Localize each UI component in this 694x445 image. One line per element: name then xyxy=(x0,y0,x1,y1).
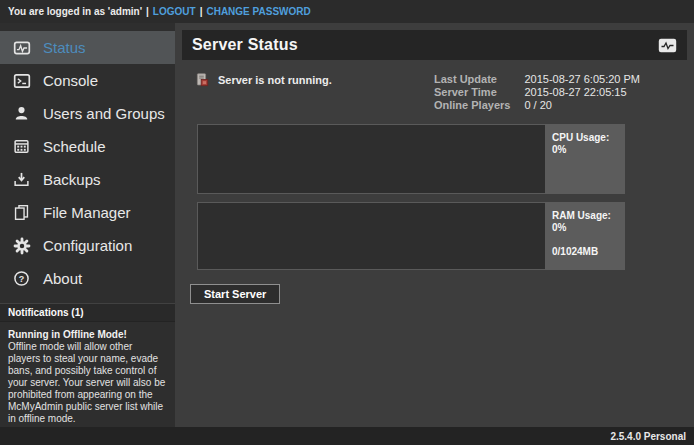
cpu-usage-chart: CPU Usage: 0% xyxy=(197,124,625,194)
version-label: 2.5.4.0 Personal xyxy=(610,431,686,442)
ram-usage-chart: RAM Usage: 0% 0/1024MB xyxy=(197,202,625,270)
notification-text: Offline mode will allow other players to… xyxy=(8,341,167,425)
info-label: Last Update xyxy=(434,73,524,86)
separator: | xyxy=(200,6,203,17)
sidebar-item-label: File Manager xyxy=(43,204,131,221)
main-panel: Server Status Server is not running. xyxy=(175,23,694,427)
info-label: Server Time xyxy=(434,86,524,99)
gear-icon xyxy=(12,236,31,255)
sidebar-item-label: Status xyxy=(43,39,86,56)
info-label: Online Players xyxy=(434,99,524,112)
info-value: 2015-08-27 6:05:20 PM xyxy=(524,73,640,86)
cpu-usage-label-box: CPU Usage: 0% xyxy=(545,124,625,194)
sidebar-item-label: Users and Groups xyxy=(43,105,165,122)
sidebar-item-schedule[interactable]: Schedule xyxy=(0,130,175,163)
help-icon: ? xyxy=(12,269,31,288)
info-value: 0 / 20 xyxy=(524,99,640,112)
sidebar-item-label: Configuration xyxy=(43,237,132,254)
logged-in-text: You are logged in as 'admin' xyxy=(8,6,142,17)
footer: 2.5.4.0 Personal xyxy=(0,427,694,445)
info-row: Server Time 2015-08-27 22:05:15 xyxy=(434,86,640,99)
ram-usage-detail: 0/1024MB xyxy=(552,246,618,258)
change-password-link[interactable]: CHANGE PASSWORD xyxy=(206,6,310,17)
sidebar-item-status[interactable]: Status xyxy=(0,31,175,64)
sidebar-item-label: Schedule xyxy=(43,138,106,155)
sidebar-item-label: Console xyxy=(43,72,98,89)
server-status-message: Server is not running. xyxy=(195,73,332,87)
sidebar-nav: Status Console Users and Groups xyxy=(0,31,175,295)
sidebar-item-users-and-groups[interactable]: Users and Groups xyxy=(0,97,175,130)
console-icon xyxy=(12,71,31,90)
sidebar-item-label: Backups xyxy=(43,171,101,188)
info-row: Last Update 2015-08-27 6:05:20 PM xyxy=(434,73,640,86)
notifications-panel: Notifications (1) Running in Offline Mod… xyxy=(0,303,175,432)
status-chart-icon xyxy=(658,38,677,53)
start-server-button[interactable]: Start Server xyxy=(190,284,280,304)
topbar: You are logged in as 'admin' | LOGOUT | … xyxy=(0,0,694,23)
main-header: Server Status xyxy=(182,30,687,60)
sidebar-item-backups[interactable]: Backups xyxy=(0,163,175,196)
status-chart-icon xyxy=(12,38,31,57)
sidebar-item-file-manager[interactable]: File Manager xyxy=(0,196,175,229)
logout-link[interactable]: LOGOUT xyxy=(153,6,196,17)
sidebar-item-console[interactable]: Console xyxy=(0,64,175,97)
server-info-table: Last Update 2015-08-27 6:05:20 PM Server… xyxy=(434,73,640,112)
ram-usage-value: 0% xyxy=(552,222,618,234)
sidebar: Status Console Users and Groups xyxy=(0,23,175,445)
ram-chart-area xyxy=(197,202,545,270)
backups-download-icon xyxy=(12,170,31,189)
ram-usage-label: RAM Usage: xyxy=(552,210,618,222)
cpu-usage-value: 0% xyxy=(552,144,618,156)
status-text: Server is not running. xyxy=(218,74,332,86)
sidebar-item-about[interactable]: ? About xyxy=(0,262,175,295)
notification-title: Running in Offline Mode! xyxy=(8,329,167,341)
cpu-usage-label: CPU Usage: xyxy=(552,132,618,144)
status-row: Server is not running. Last Update 2015-… xyxy=(195,73,687,112)
separator: | xyxy=(146,6,149,17)
cpu-chart-area xyxy=(197,124,545,194)
notification-item: Running in Offline Mode! Offline mode wi… xyxy=(0,322,175,432)
svg-text:?: ? xyxy=(19,274,25,284)
users-icon xyxy=(12,104,31,123)
page-title: Server Status xyxy=(192,36,298,54)
file-manager-icon xyxy=(12,203,31,222)
server-stopped-icon xyxy=(195,73,210,87)
notifications-header: Notifications (1) xyxy=(0,303,175,322)
info-value: 2015-08-27 22:05:15 xyxy=(524,86,640,99)
calendar-icon xyxy=(12,137,31,156)
ram-usage-label-box: RAM Usage: 0% 0/1024MB xyxy=(545,202,625,270)
sidebar-item-configuration[interactable]: Configuration xyxy=(0,229,175,262)
info-row: Online Players 0 / 20 xyxy=(434,99,640,112)
sidebar-item-label: About xyxy=(43,270,82,287)
